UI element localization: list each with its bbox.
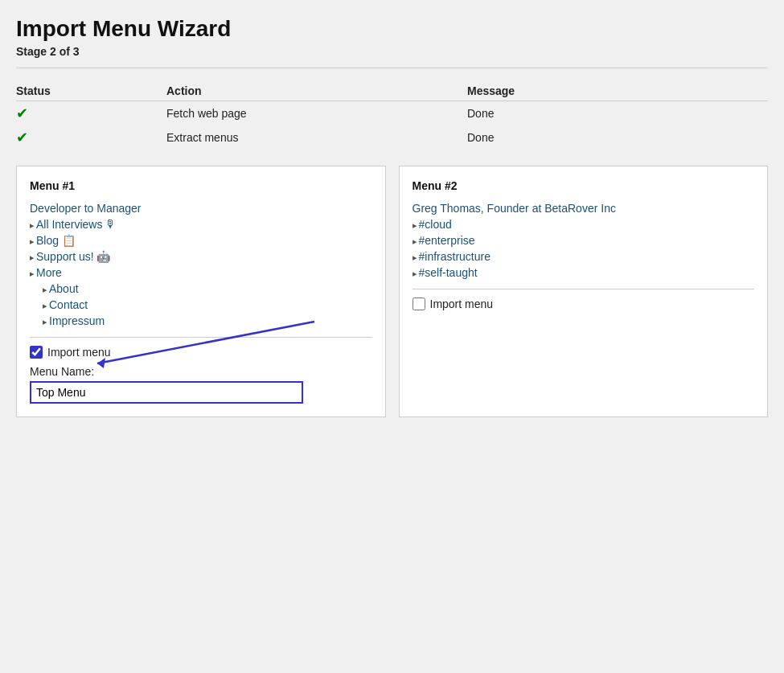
menu-box-2: Menu #2 Greg Thomas, Founder at BetaRove… — [399, 166, 769, 417]
menu1-import-section: Import menu Menu Name: — [30, 337, 372, 404]
list-item: ▸Impressum — [43, 314, 372, 327]
menus-container: Menu #1 Developer to Manager ▸All Interv… — [16, 166, 768, 417]
menu1-top-link-anchor[interactable]: Developer to Manager — [30, 202, 142, 215]
menu1-name-label: Menu Name: — [30, 365, 372, 378]
menu-item-link[interactable]: About — [49, 282, 79, 295]
arrow-icon: ▸ — [30, 220, 35, 230]
menu-item-link[interactable]: Impressum — [49, 314, 105, 327]
arrow-icon: ▸ — [413, 252, 417, 262]
col-header-status: Status — [16, 81, 166, 101]
menu-item-link[interactable]: Contact — [49, 298, 88, 311]
list-item: ▸Contact — [43, 298, 372, 311]
list-item: ▸#self-taught — [413, 266, 755, 279]
menu-item-link[interactable]: #cloud — [419, 218, 452, 231]
checkmark-icon: ✔ — [16, 129, 28, 146]
checkmark-icon: ✔ — [16, 105, 28, 121]
arrow-icon: ▸ — [413, 269, 417, 278]
menu2-import-section: Import menu — [413, 289, 755, 310]
arrow-icon: ▸ — [30, 236, 35, 246]
list-item: ▸Support us! 🤖 — [30, 250, 372, 263]
menu2-top-link-anchor[interactable]: Greg Thomas, Founder at BetaRover Inc — [413, 202, 616, 215]
menu2-import-checkbox[interactable] — [413, 298, 425, 310]
menu1-import-checkbox[interactable] — [30, 346, 43, 359]
list-item: ▸#cloud — [413, 218, 755, 231]
page-subtitle: Stage 2 of 3 — [16, 45, 768, 58]
list-item: ▸#infrastructure — [413, 250, 755, 263]
status-row: ✔Extract menusDone — [16, 125, 768, 150]
message-cell: Done — [467, 125, 768, 150]
menu1-title: Menu #1 — [30, 179, 372, 192]
arrow-icon: ▸ — [43, 285, 47, 294]
menu2-items: ▸#cloud▸#enterprise▸#infrastructure▸#sel… — [413, 218, 755, 279]
page-title: Import Menu Wizard — [16, 16, 768, 42]
menu1-import-row: Import menu — [30, 346, 372, 359]
arrow-icon: ▸ — [43, 317, 47, 326]
menu-item-link[interactable]: Blog 📋 — [36, 234, 76, 247]
menu2-title: Menu #2 — [413, 179, 755, 192]
list-item: ▸Blog 📋 — [30, 234, 372, 247]
menu2-import-label[interactable]: Import menu — [430, 298, 494, 310]
status-table: Status Action Message ✔Fetch web pageDon… — [16, 81, 768, 150]
action-cell: Fetch web page — [166, 101, 467, 126]
menu-item-link[interactable]: #self-taught — [419, 266, 478, 279]
arrow-icon: ▸ — [30, 269, 35, 278]
menu-box-1: Menu #1 Developer to Manager ▸All Interv… — [16, 166, 386, 417]
col-header-message: Message — [467, 81, 768, 101]
status-row: ✔Fetch web pageDone — [16, 101, 768, 126]
arrow-icon: ▸ — [413, 236, 417, 246]
arrow-icon: ▸ — [30, 252, 35, 262]
page-header: Import Menu Wizard Stage 2 of 3 — [16, 16, 768, 68]
menu1-name-input[interactable] — [30, 381, 303, 404]
menu2-import-row: Import menu — [413, 298, 755, 310]
menu-item-link[interactable]: #enterprise — [419, 234, 475, 247]
menu1-import-label[interactable]: Import menu — [47, 346, 111, 359]
status-cell: ✔ — [16, 125, 166, 150]
arrow-icon: ▸ — [43, 301, 47, 310]
list-item: ▸All Interviews 🎙 — [30, 218, 372, 231]
status-cell: ✔ — [16, 101, 166, 126]
list-item: ▸About — [43, 282, 372, 295]
col-header-action: Action — [166, 81, 467, 101]
menu-item-link[interactable]: More — [36, 266, 62, 279]
arrow-icon: ▸ — [413, 220, 417, 230]
menu-item-link[interactable]: Support us! 🤖 — [36, 250, 111, 263]
menu-item-link[interactable]: All Interviews 🎙 — [36, 218, 117, 231]
list-item: ▸#enterprise — [413, 234, 755, 247]
menu1-items: ▸All Interviews 🎙▸Blog 📋▸Support us! 🤖▸M… — [30, 218, 372, 327]
action-cell: Extract menus — [166, 125, 467, 150]
message-cell: Done — [467, 101, 768, 126]
menu1-top-link: Developer to Manager — [30, 202, 372, 215]
menu2-top-link: Greg Thomas, Founder at BetaRover Inc — [413, 202, 755, 215]
menu-item-link[interactable]: #infrastructure — [419, 250, 491, 263]
list-item: ▸More — [30, 266, 372, 279]
